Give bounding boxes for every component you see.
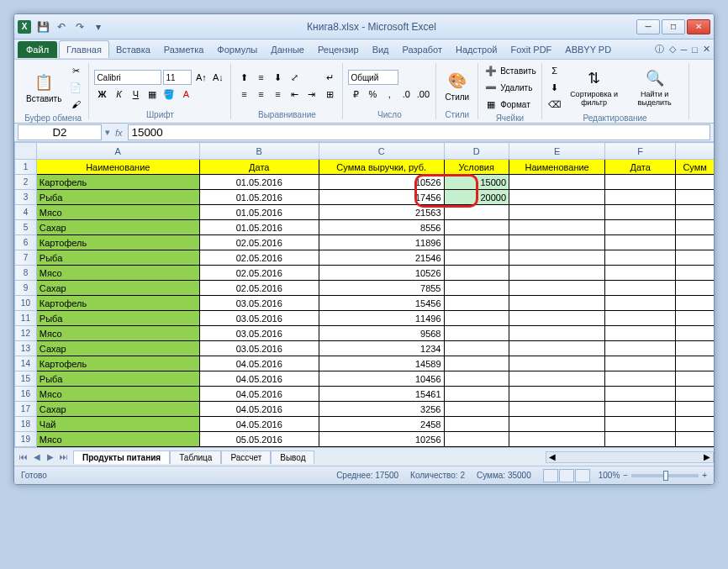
cell-G2[interactable] xyxy=(676,175,714,190)
row-header-16[interactable]: 16 xyxy=(15,387,37,402)
ribbon-tab-10[interactable]: ABBYY PD xyxy=(558,41,618,58)
cell-E5[interactable] xyxy=(509,220,605,235)
italic-button[interactable]: К xyxy=(111,87,126,102)
row-header-9[interactable]: 9 xyxy=(15,281,37,296)
fill-button[interactable]: ⬇ xyxy=(547,80,562,95)
cell-B9[interactable]: 02.05.2016 xyxy=(199,281,319,296)
cell-F9[interactable] xyxy=(605,281,676,296)
cell-E10[interactable] xyxy=(509,296,605,311)
cell-C7[interactable]: 21546 xyxy=(319,250,444,266)
cell-C13[interactable]: 1234 xyxy=(319,341,444,356)
ribbon-tab-6[interactable]: Вид xyxy=(366,41,396,58)
cell-E4[interactable] xyxy=(509,205,605,220)
cell-G4[interactable] xyxy=(676,205,714,220)
cell-D14[interactable] xyxy=(444,356,509,371)
cell-A18[interactable]: Чай xyxy=(36,417,199,432)
row-header-19[interactable]: 19 xyxy=(15,432,37,447)
col-header-B[interactable]: B xyxy=(199,143,319,160)
cell-E7[interactable] xyxy=(509,250,605,266)
cell-D15[interactable] xyxy=(444,371,509,387)
insert-cells-button[interactable]: ➕ xyxy=(483,63,499,78)
doc-close-icon[interactable]: ✕ xyxy=(703,44,710,55)
row-header-14[interactable]: 14 xyxy=(15,356,37,371)
cell-A14[interactable]: Картофель xyxy=(36,356,199,371)
cell-D19[interactable] xyxy=(444,432,509,447)
ribbon-tab-2[interactable]: Разметка xyxy=(157,41,211,58)
cell-G11[interactable] xyxy=(676,311,714,326)
cell-C17[interactable]: 3256 xyxy=(319,402,444,417)
orientation-button[interactable]: ⤢ xyxy=(287,70,302,85)
row-header-1[interactable]: 1 xyxy=(15,160,37,175)
styles-button[interactable]: 🎨 Стили xyxy=(441,69,472,103)
col-header-A[interactable]: A xyxy=(36,143,199,160)
cell-A3[interactable]: Рыба xyxy=(36,190,199,205)
sheet-tab-3[interactable]: Вывод xyxy=(271,450,314,464)
cell-D17[interactable] xyxy=(444,402,509,417)
cell-F4[interactable] xyxy=(605,205,676,220)
cell-C10[interactable]: 15456 xyxy=(319,296,444,311)
col-header-E[interactable]: E xyxy=(509,143,605,160)
cell-C15[interactable]: 10456 xyxy=(319,371,444,387)
cell-F7[interactable] xyxy=(605,250,676,266)
cell-A13[interactable]: Сахар xyxy=(36,341,199,356)
cell-C2[interactable]: 10526 xyxy=(319,175,444,190)
cell-A15[interactable]: Рыба xyxy=(36,371,199,387)
page-layout-view-button[interactable] xyxy=(559,469,574,482)
cell-G18[interactable] xyxy=(676,417,714,432)
cell-A5[interactable]: Сахар xyxy=(36,220,199,235)
cell-F12[interactable] xyxy=(605,326,676,341)
cell-C5[interactable]: 8556 xyxy=(319,220,444,235)
cell-B7[interactable]: 02.05.2016 xyxy=(199,250,319,266)
cell-E18[interactable] xyxy=(509,417,605,432)
cell-B14[interactable]: 04.05.2016 xyxy=(199,356,319,371)
cell-C14[interactable]: 14589 xyxy=(319,356,444,371)
cell-F13[interactable] xyxy=(605,341,676,356)
cell-E8[interactable] xyxy=(509,266,605,281)
cell-F2[interactable] xyxy=(605,175,676,190)
format-painter-button[interactable]: 🖌 xyxy=(68,97,83,112)
cell-B3[interactable]: 01.05.2016 xyxy=(199,190,319,205)
cell-F11[interactable] xyxy=(605,311,676,326)
cell-C19[interactable]: 10256 xyxy=(319,432,444,447)
font-color-button[interactable]: A xyxy=(178,87,193,102)
cell-A12[interactable]: Мясо xyxy=(36,326,199,341)
cell-B4[interactable]: 01.05.2016 xyxy=(199,205,319,220)
cell-D1[interactable]: Условия xyxy=(444,160,509,175)
sheet-nav-prev[interactable]: ◀ xyxy=(31,452,43,461)
cell-G9[interactable] xyxy=(676,281,714,296)
cell-D10[interactable] xyxy=(444,296,509,311)
cell-D5[interactable] xyxy=(444,220,509,235)
cell-G16[interactable] xyxy=(676,387,714,402)
ribbon-tab-1[interactable]: Вставка xyxy=(109,41,157,58)
formula-bar[interactable] xyxy=(128,124,710,140)
cell-C9[interactable]: 7855 xyxy=(319,281,444,296)
cell-G17[interactable] xyxy=(676,402,714,417)
cell-E12[interactable] xyxy=(509,326,605,341)
cell-C1[interactable]: Сумма выручки, руб. xyxy=(319,160,444,175)
cell-E14[interactable] xyxy=(509,356,605,371)
cell-B11[interactable]: 03.05.2016 xyxy=(199,311,319,326)
comma-button[interactable]: , xyxy=(382,87,397,102)
currency-button[interactable]: ₽ xyxy=(348,87,363,102)
border-button[interactable]: ▦ xyxy=(145,87,160,102)
row-header-7[interactable]: 7 xyxy=(15,250,37,266)
grow-font-button[interactable]: A↑ xyxy=(193,70,208,85)
sheet-tab-0[interactable]: Продукты питания xyxy=(73,450,170,464)
underline-button[interactable]: Ч xyxy=(128,87,143,102)
row-header-4[interactable]: 4 xyxy=(15,205,37,220)
paste-button[interactable]: 📋 Вставить xyxy=(23,71,65,105)
col-header-G[interactable] xyxy=(676,143,714,160)
cell-A1[interactable]: Наименование xyxy=(36,160,199,175)
cell-G13[interactable] xyxy=(676,341,714,356)
number-format-select[interactable] xyxy=(348,70,398,85)
cell-A10[interactable]: Картофель xyxy=(36,296,199,311)
inc-decimal-button[interactable]: .0 xyxy=(398,87,414,102)
ribbon-tab-3[interactable]: Формулы xyxy=(210,41,264,58)
cell-F16[interactable] xyxy=(605,387,676,402)
format-cells-button[interactable]: ▦ xyxy=(483,97,499,112)
cell-B8[interactable]: 02.05.2016 xyxy=(199,266,319,281)
cell-B2[interactable]: 01.05.2016 xyxy=(199,175,319,190)
save-button[interactable]: 💾 xyxy=(34,18,51,35)
cell-F17[interactable] xyxy=(605,402,676,417)
cell-G8[interactable] xyxy=(676,266,714,281)
